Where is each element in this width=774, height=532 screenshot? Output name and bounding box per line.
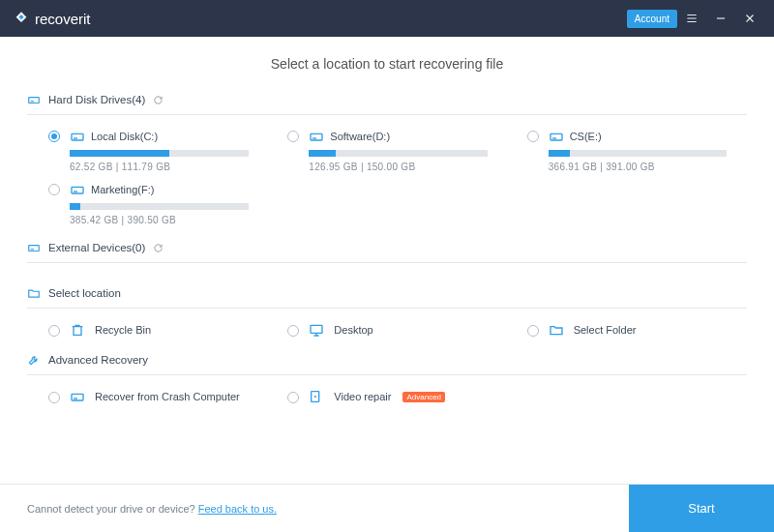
location-item[interactable]: Desktop: [287, 322, 507, 338]
drive-radio[interactable]: [48, 131, 60, 142]
recycle-icon: [70, 322, 85, 338]
desktop-icon: [309, 322, 324, 338]
footer: Cannot detect your drive or device? Feed…: [0, 484, 774, 532]
drive-item[interactable]: Marketing(F:)385.42 GB | 390.50 GB: [48, 182, 268, 225]
drive-usage: 366.91 GB | 391.00 GB: [549, 162, 747, 172]
app-name: recoverit: [35, 11, 91, 27]
usage-bar: [549, 150, 728, 157]
section-hdd: Hard Disk Drives(4): [27, 89, 747, 115]
advanced-name: Video repair: [334, 391, 391, 402]
svg-rect-3: [74, 137, 77, 138]
advanced-name: Recover from Crash Computer: [95, 391, 240, 402]
drive-radio[interactable]: [287, 131, 299, 142]
svg-rect-14: [74, 398, 77, 399]
location-item[interactable]: Select Folder: [527, 322, 747, 338]
svg-rect-13: [72, 394, 83, 400]
location-name: Desktop: [334, 324, 372, 336]
advanced-radio[interactable]: [287, 392, 299, 403]
logo-icon: [14, 11, 29, 26]
refresh-icon[interactable]: [153, 243, 164, 253]
section-external: External Devices(0): [27, 237, 747, 263]
drive-icon: [70, 129, 85, 144]
close-icon[interactable]: [735, 4, 764, 33]
account-button[interactable]: Account: [627, 10, 677, 28]
drive-item[interactable]: CS(E:)366.91 GB | 391.00 GB: [527, 129, 747, 172]
app-logo: recoverit: [14, 11, 91, 27]
section-external-label: External Devices(0): [48, 242, 145, 253]
drive-item[interactable]: Local Disk(C:)62.52 GB | 111.79 GB: [48, 129, 268, 172]
drive-name: Marketing(F:): [91, 184, 154, 195]
drive-icon: [70, 389, 85, 404]
advanced-radio[interactable]: [48, 392, 60, 403]
wrench-icon: [27, 353, 41, 367]
start-button[interactable]: Start: [629, 485, 774, 533]
svg-rect-8: [72, 187, 83, 193]
section-location: Select location: [27, 282, 747, 309]
advanced-item[interactable]: Recover from Crash Computer: [48, 389, 268, 404]
usage-bar: [70, 203, 249, 210]
section-advanced-label: Advanced Recovery: [48, 354, 148, 366]
drive-icon: [27, 93, 41, 106]
drive-item[interactable]: Software(D:)126.95 GB | 150.00 GB: [287, 129, 507, 172]
svg-rect-11: [31, 249, 35, 250]
location-radio[interactable]: [287, 325, 299, 337]
drive-name: Local Disk(C:): [91, 131, 158, 142]
content-area: Select a location to start recovering fi…: [0, 37, 774, 484]
drive-usage: 126.95 GB | 150.00 GB: [309, 162, 507, 172]
svg-rect-6: [551, 133, 562, 140]
svg-rect-4: [311, 133, 322, 140]
refresh-icon[interactable]: [153, 95, 164, 105]
drive-icon: [70, 182, 85, 197]
advanced-grid: Recover from Crash ComputerVideo repairA…: [27, 375, 747, 416]
folder-icon: [549, 322, 564, 338]
footer-text: Cannot detect your drive or device? Feed…: [27, 503, 277, 515]
svg-rect-5: [313, 137, 316, 138]
svg-rect-9: [74, 191, 77, 192]
svg-rect-0: [29, 98, 40, 103]
external-icon: [27, 241, 41, 254]
drive-name: CS(E:): [570, 131, 602, 142]
drive-usage: 385.42 GB | 390.50 GB: [70, 215, 268, 225]
locations-grid: Recycle BinDesktopSelect Folder: [27, 309, 747, 349]
location-name: Recycle Bin: [95, 324, 151, 336]
drive-name: Software(D:): [330, 131, 390, 142]
drive-icon: [309, 129, 324, 144]
location-radio[interactable]: [48, 325, 60, 337]
advanced-item[interactable]: Video repairAdvanced: [287, 389, 507, 404]
drive-radio[interactable]: [48, 184, 60, 195]
section-location-label: Select location: [48, 287, 121, 299]
section-advanced: Advanced Recovery: [27, 349, 747, 375]
advanced-badge: Advanced: [402, 392, 445, 402]
video-icon: [309, 389, 324, 404]
feedback-link[interactable]: Feed back to us.: [198, 503, 277, 515]
drive-radio[interactable]: [527, 131, 539, 142]
minimize-icon[interactable]: [706, 4, 735, 33]
section-hdd-label: Hard Disk Drives(4): [48, 94, 145, 105]
svg-rect-10: [29, 246, 40, 251]
folder-icon: [27, 286, 41, 300]
page-title: Select a location to start recovering fi…: [27, 56, 747, 72]
drive-usage: 62.52 GB | 111.79 GB: [70, 162, 268, 172]
usage-bar: [70, 150, 249, 157]
svg-rect-2: [72, 133, 83, 140]
location-radio[interactable]: [527, 325, 539, 337]
menu-icon[interactable]: [677, 4, 706, 33]
usage-bar: [309, 150, 488, 157]
titlebar: recoverit Account: [0, 0, 774, 37]
drive-icon: [549, 129, 564, 144]
drives-grid: Local Disk(C:)62.52 GB | 111.79 GBSoftwa…: [27, 115, 747, 237]
location-item[interactable]: Recycle Bin: [48, 322, 268, 338]
svg-rect-7: [552, 137, 556, 138]
location-name: Select Folder: [574, 324, 637, 336]
svg-rect-12: [311, 325, 322, 333]
app-window: recoverit Account Select a location to s…: [0, 0, 774, 532]
svg-rect-1: [31, 101, 35, 102]
